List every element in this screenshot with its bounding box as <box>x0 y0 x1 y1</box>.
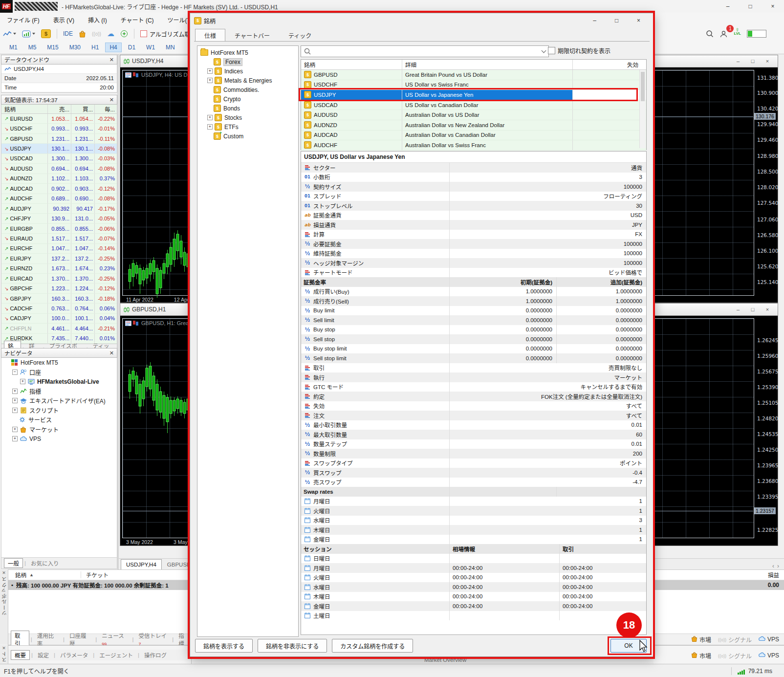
market-watch-row[interactable]: ↗CHFPLN4.461...4.464...-0.21% <box>1 324 117 333</box>
spec-row[interactable]: ½Sell stop0.00000000.0000000 <box>301 334 646 344</box>
button-銘柄を非表示にする[interactable]: 銘柄を非表示にする <box>258 639 327 653</box>
spec-row[interactable]: ½Sell stop limit0.00000000.0000000 <box>301 353 646 363</box>
spec-row[interactable]: ½最小取引数量0.01 <box>301 420 646 430</box>
dock-シグナル[interactable]: ((o))シグナル <box>718 652 752 660</box>
market-watch-row[interactable]: ↗EURGBP0.855...0.855...-0.06% <box>1 224 117 234</box>
expander-icon[interactable]: + <box>207 115 213 120</box>
market-overview-tab[interactable]: Market Overview <box>424 657 493 663</box>
spec-row[interactable]: 月曜日00:00-24:0000:00-24:00 <box>301 563 646 573</box>
new-order-button[interactable]: $ <box>39 28 53 40</box>
spec-row[interactable]: 水曜日3 <box>301 516 646 525</box>
sidebar-item-HotForex MT5[interactable]: HotForex MT5 <box>1 358 117 368</box>
symbol-col-0[interactable]: 銘柄 <box>301 60 402 69</box>
expander-icon[interactable]: + <box>207 68 213 74</box>
category-Commodities.[interactable]: $Commodities. <box>197 85 298 94</box>
close-button[interactable]: × <box>762 0 784 13</box>
dialog-minimize-button[interactable]: – <box>584 13 606 28</box>
spec-row[interactable]: 火曜日00:00-24:0000:00-24:00 <box>301 573 646 583</box>
sidebar-item-スクリプト[interactable]: +スクリプト <box>1 406 117 415</box>
dock-シグナル[interactable]: ((o))シグナル <box>718 635 752 644</box>
spec-row[interactable]: セクター通貨 <box>301 163 646 173</box>
market-watch-row[interactable]: ↗AUDCAD0.902...0.903...-0.12% <box>1 184 117 194</box>
balance-row[interactable]: •残高: 100 000.00 JPY 有効証拠金: 100 000.00 余剰… <box>8 580 191 590</box>
symbol-row[interactable]: $AUDUSDAustralian Dollar vs US Dollar <box>301 110 646 120</box>
timeframe-M5[interactable]: M5 <box>24 43 41 52</box>
timeframe-MN[interactable]: MN <box>161 43 179 52</box>
expander-icon[interactable]: + <box>12 427 18 432</box>
category-Stocks[interactable]: +$Stocks <box>197 113 298 122</box>
dialog-close-button[interactable]: × <box>628 13 650 28</box>
market-watch-header[interactable]: 気配値表示: 17:54:37✕ <box>1 95 117 105</box>
market-watch-row[interactable]: ↗AUDCHF0.689...0.690...-0.08% <box>1 194 117 204</box>
spec-row[interactable]: 水曜日00:00-24:0000:00-24:00 <box>301 582 646 592</box>
spec-row[interactable]: ½維持証拠金100000 <box>301 249 646 259</box>
market-watch-row[interactable]: ↘USDCHF0.993...0.993...-0.01% <box>1 124 117 133</box>
spec-row[interactable]: 木曜日00:00-24:0000:00-24:00 <box>301 592 646 602</box>
spec-row[interactable]: 月曜日1 <box>301 497 646 506</box>
spec-row[interactable]: 失効すべて <box>301 401 646 411</box>
timeframe-D1[interactable]: D1 <box>124 43 140 52</box>
category-Indices[interactable]: +$Indices <box>197 66 298 76</box>
ide-button[interactable]: IDE <box>61 28 75 40</box>
spec-row[interactable]: ½買スワップ-0.4 <box>301 468 646 478</box>
symbol-col-1[interactable]: 詳細 <box>402 60 573 69</box>
button-銘柄を表示する[interactable]: 銘柄を表示する <box>195 639 253 653</box>
market-watch-row[interactable]: ↘AUDUSD0.694...0.694...-0.08% <box>1 164 117 174</box>
price-scale[interactable]: 131.380130.900130.420129.940129.460128.9… <box>756 55 777 303</box>
tab-scroll-right-icon[interactable]: › <box>777 563 779 569</box>
timeframe-M15[interactable]: M15 <box>43 43 63 52</box>
algo-trading-toggle[interactable]: アルゴリズム取 <box>138 28 193 40</box>
market-watch-row[interactable]: ↗EURCAD1.370...1.370...-0.25% <box>1 274 117 284</box>
spec-row[interactable]: ½数量ステップ0.01 <box>301 439 646 449</box>
navigator-header[interactable]: ナビゲータ✕ <box>1 348 117 358</box>
chart-tab-USDJPY,H4[interactable]: USDJPY,H4 <box>121 559 162 569</box>
profit-column-header[interactable]: 損益 <box>653 570 784 580</box>
timeframe-H4[interactable]: H4 <box>105 43 121 52</box>
expander-icon[interactable]: + <box>12 398 18 403</box>
dialog-tab-仕様[interactable]: 仕様 <box>195 29 225 42</box>
spec-row[interactable]: ½数量制限200 <box>301 449 646 459</box>
spec-row[interactable]: 計算FX <box>301 230 646 240</box>
indicator-button[interactable] <box>20 28 38 40</box>
sidebar-item-サービス[interactable]: サービス <box>1 415 117 425</box>
market-watch-col-3[interactable]: 毎... <box>95 105 117 113</box>
dock-VPS[interactable]: VPS <box>759 652 779 659</box>
spec-row[interactable]: チャートモードビッド価格で <box>301 268 646 278</box>
timeframe-M30[interactable]: M30 <box>65 43 85 52</box>
data-window-header[interactable]: データウインドウ✕ <box>1 55 117 65</box>
market-watch-col-0[interactable]: 銘柄 <box>1 105 48 113</box>
minimize-button[interactable]: – <box>717 0 739 13</box>
timeframe-M1[interactable]: M1 <box>5 43 22 52</box>
tab-一般[interactable]: 一般 <box>4 558 23 568</box>
tab-scroll-left-icon[interactable]: ‹ <box>772 563 774 569</box>
dock-市場[interactable]: 市場 <box>691 652 711 660</box>
chart-type-button[interactable] <box>0 28 19 40</box>
spec-row[interactable]: ½最大取引数量60 <box>301 430 646 439</box>
spec-row[interactable]: ½売スワップ-4.7 <box>301 478 646 487</box>
market-watch-row[interactable]: ↘USDCAD1.300...1.300...-0.03% <box>1 154 117 164</box>
tab-お気に入り[interactable]: お気に入り <box>27 559 63 568</box>
market-watch-row[interactable]: ↗CHFJPY130.9...131.0...-0.05% <box>1 214 117 223</box>
sidebar-item-HFMarketsGlobal-Live[interactable]: +HFMarketsGlobal-Live <box>1 377 117 387</box>
symbol-row[interactable]: $GBPUSDGreat Britain Pound vs US Dollar <box>301 70 646 80</box>
close-icon[interactable]: ✕ <box>109 57 114 63</box>
category-Custom[interactable]: $+Custom <box>197 131 298 141</box>
spec-row[interactable]: スワップタイプポイント <box>301 459 646 468</box>
tab-エージェント[interactable]: エージェント <box>96 651 136 659</box>
symbol-row[interactable]: $AUDCADAustralian Dollar vs Canadian Dol… <box>301 131 646 141</box>
sidebar-item-指標[interactable]: +指標 <box>1 387 117 396</box>
spec-row[interactable]: 注文すべて <box>301 411 646 420</box>
symbol-row[interactable]: $AUDNZDAustralian Dollar vs New Zealand … <box>301 120 646 131</box>
chevron-down-icon[interactable] <box>542 48 546 53</box>
dialog-tab-チャートバー[interactable]: チャートバー <box>225 29 279 42</box>
spec-row[interactable]: 01小数桁3 <box>301 173 646 182</box>
sidebar-item-口座[interactable]: −口座 <box>1 368 117 377</box>
symbol-list-header[interactable]: 銘柄詳細失効 <box>301 60 646 70</box>
close-icon[interactable]: ✕ <box>2 570 6 575</box>
spec-row[interactable]: 約定FOK注文 (全量約定または全量取消注文) <box>301 392 646 401</box>
category-Forex[interactable]: $Forex <box>197 57 298 66</box>
dialog-maximize-button[interactable]: □ <box>606 13 628 28</box>
sidebar-item-マーケット[interactable]: +マーケット <box>1 425 117 435</box>
spec-row[interactable]: 執行マーケット <box>301 372 646 382</box>
expander-icon[interactable]: + <box>12 436 18 441</box>
